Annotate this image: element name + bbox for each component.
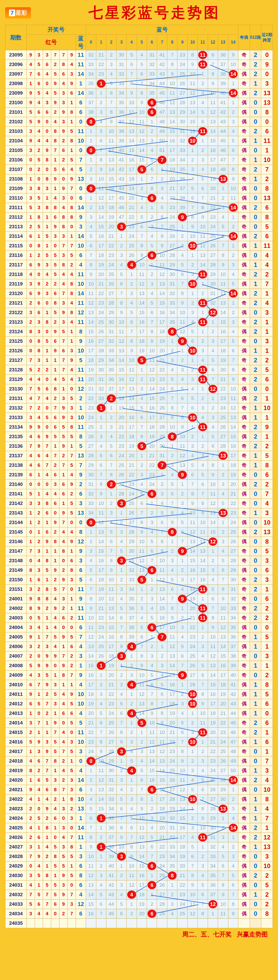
red-digit: 0 xyxy=(51,508,60,518)
red-digit: 0 xyxy=(43,79,51,89)
red-digit: 5 xyxy=(35,155,43,165)
trend-cell-miss: 19 xyxy=(86,699,96,709)
trend-cell-miss: 10 xyxy=(228,184,238,193)
trend-cell-miss: 8 xyxy=(96,737,106,747)
red-digit: 6 xyxy=(27,699,35,709)
trend-cell-miss: 2 xyxy=(106,50,116,60)
red-digit: 5 xyxy=(43,775,51,785)
blue-val: 12 xyxy=(76,384,86,394)
p012-cell: 2 xyxy=(250,613,261,623)
trend-cell-miss: 6 xyxy=(198,890,208,899)
red-digit: 2 xyxy=(68,661,76,671)
trend-cell-miss: 17 xyxy=(96,241,106,251)
trend-cell-miss: 30 xyxy=(126,546,137,556)
trend-cell-miss: 14 xyxy=(106,613,116,623)
trend-cell-miss: 17 xyxy=(86,346,96,356)
trend-row: 240028929211192113536341581201171033奇22 xyxy=(5,604,273,613)
trend-cell-miss: 9 xyxy=(228,375,238,384)
oe-cell: 奇 xyxy=(239,546,250,556)
trend-cell-miss: 8 xyxy=(177,413,187,422)
trend-cell-hit: 6 xyxy=(147,251,157,260)
trend-cell-miss: 8 xyxy=(187,50,197,60)
trend-cell-hit: 3 xyxy=(116,222,126,232)
p012-cell: 0 xyxy=(250,193,261,203)
red-digit: 6 xyxy=(68,709,76,718)
trend-cell-miss: 6 xyxy=(147,680,157,690)
trend-cell-miss: 48 xyxy=(157,117,167,127)
oe-cell: 偶 xyxy=(239,260,250,270)
oe-cell: 奇 xyxy=(239,337,250,346)
trend-cell-miss: 42 xyxy=(157,60,167,69)
trend-cell-miss: 10 xyxy=(218,899,228,909)
p012-cell: 0 xyxy=(250,880,261,890)
blue-ball: 9 xyxy=(178,671,186,679)
trend-cell-miss: 6 xyxy=(157,518,167,527)
blue-val: 11 xyxy=(76,270,86,279)
trend-cell-miss: 44 xyxy=(106,899,116,909)
trend-cell-miss: 8 xyxy=(86,833,96,842)
red-digit: 0 xyxy=(27,861,35,871)
trend-cell-miss: 3 xyxy=(147,594,157,604)
blue-val: 13 xyxy=(76,451,86,461)
gap-cell: 8 xyxy=(261,213,273,222)
trend-cell-miss: 1 xyxy=(208,546,218,556)
issue-cell: 24026 xyxy=(5,833,27,842)
trend-cell-miss: 8 xyxy=(106,108,116,117)
p012-cell: 2 xyxy=(250,527,261,537)
trend-cell-miss: 15 xyxy=(86,661,96,671)
blue-val: 4 xyxy=(76,642,86,651)
red-digit: 2 xyxy=(27,833,35,842)
trend-cell-miss: 2 xyxy=(177,356,187,365)
red-digit: 9 xyxy=(68,79,76,89)
trend-cell-hit: 9 xyxy=(177,594,187,604)
issue-cell: 24016 xyxy=(5,737,27,747)
trend-cell-miss: 14 xyxy=(96,795,106,804)
trend-cell-miss: 10 xyxy=(208,480,218,489)
red-digit: 4 xyxy=(60,203,68,213)
trend-cell-miss: 2 xyxy=(198,146,208,155)
trend-cell-miss: 5 xyxy=(187,461,197,470)
trend-cell-miss: 22 xyxy=(96,60,106,69)
trend-cell-miss: 5 xyxy=(106,79,116,89)
gap-cell xyxy=(261,919,273,928)
oe-cell: 偶 xyxy=(239,384,250,394)
trend-cell-miss: 30 xyxy=(86,470,96,480)
red-digit: 5 xyxy=(68,127,76,136)
trend-cell-miss: 19 xyxy=(208,718,218,728)
red-digit: 0 xyxy=(27,337,35,346)
trend-cell-miss xyxy=(167,919,177,928)
footer-note: 周二、五、七开奖 兴赢走势图 xyxy=(5,928,273,940)
red-digit: 8 xyxy=(68,422,76,432)
blue-ball: 11 xyxy=(198,585,207,593)
red-digit: 7 xyxy=(51,728,60,737)
red-digit: 8 xyxy=(35,346,43,356)
red-digit: 0 xyxy=(51,241,60,251)
red-digit: 7 xyxy=(60,50,68,60)
p012-cell: 2 xyxy=(250,728,261,737)
trend-cell-miss: 42 xyxy=(106,880,116,890)
issue-cell: 24004 xyxy=(5,623,27,632)
oe-cell: 偶 xyxy=(239,279,250,289)
trend-cell-miss: 4 xyxy=(126,804,137,814)
blue-val: 3 xyxy=(76,222,86,232)
trend-cell-miss: 11 xyxy=(208,642,218,651)
trend-cell-miss: 2 xyxy=(86,775,96,785)
red-digit: 5 xyxy=(68,747,76,756)
gap-cell: 8 xyxy=(261,461,273,470)
oe-cell: 奇 xyxy=(239,174,250,184)
trend-cell-miss: 5 xyxy=(137,60,147,69)
red-digit: 8 xyxy=(27,327,35,337)
trend-cell-miss: 26 xyxy=(187,661,197,671)
red-digit: 5 xyxy=(51,165,60,174)
red-digit: 5 xyxy=(51,432,60,442)
red-digit: 4 xyxy=(51,375,60,384)
trend-cell-miss: 4 xyxy=(177,709,187,718)
red-digit: 7 xyxy=(27,546,35,556)
trend-cell-miss: 12 xyxy=(177,451,187,461)
red-digit: 0 xyxy=(27,556,35,566)
blue-ball: 7 xyxy=(158,461,166,469)
p012-cell: 2 xyxy=(250,585,261,594)
trend-cell-miss: 15 xyxy=(106,174,116,184)
red-digit: 2 xyxy=(43,604,51,613)
trend-cell-miss: 16 xyxy=(228,442,238,451)
